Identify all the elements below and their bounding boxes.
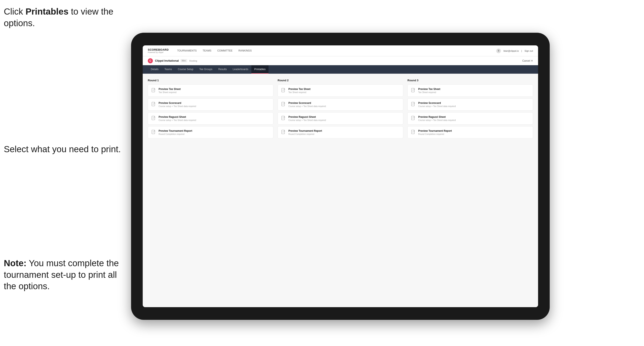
tournament-badge: Men (180, 59, 187, 62)
round3-raguzzi-content: Preview Raguzzi Sheet Course setup + Tee… (418, 116, 456, 121)
user-avatar: B (496, 48, 501, 53)
document-icon (411, 116, 416, 121)
round2-scorecard-subtitle: Course setup + Tee Sheet data required (288, 105, 326, 107)
round3-tee-sheet-content: Preview Tee Sheet Tee Sheet required (418, 88, 440, 94)
tab-leaderboards[interactable]: Leaderboards (230, 65, 251, 74)
document-icon (152, 102, 156, 107)
round2-raguzzi-card[interactable]: Preview Raguzzi Sheet Course setup + Tee… (278, 112, 403, 125)
nav-links: TOURNAMENTS TEAMS COMMITTEE RANKINGS (177, 49, 496, 53)
logo-sub: Powered by clippd (148, 51, 169, 53)
document-icon (281, 130, 286, 135)
round1-raguzzi-subtitle: Course setup + Tee Sheet data required (158, 119, 196, 121)
round3-raguzzi-title: Preview Raguzzi Sheet (418, 116, 456, 118)
round2-tee-sheet-content: Preview Tee Sheet Tee Sheet required (288, 88, 310, 94)
round3-report-card[interactable]: Preview Tournament Report Round Completi… (408, 126, 533, 139)
user-email: blair@clippd.io (504, 50, 519, 52)
round3-report-subtitle: Round Completion required (418, 133, 452, 135)
annotation-top: Click Printables to view the options. (4, 6, 126, 29)
round-3-section: Round 3 Preview Tee Sheet Tee Sheet requ… (408, 79, 533, 140)
round2-raguzzi-content: Preview Raguzzi Sheet Course setup + Tee… (288, 116, 326, 121)
nav-right: B blair@clippd.io | Sign out (496, 48, 533, 53)
round1-report-subtitle: Round Completion required (158, 133, 192, 135)
nav-link-teams[interactable]: TEAMS (202, 49, 211, 53)
tablet-screen: SCOREBOARD Powered by clippd TOURNAMENTS… (143, 45, 538, 307)
sub-nav: Details Teams Course Setup Tee Groups Re… (143, 65, 538, 74)
round3-tee-sheet-card[interactable]: Preview Tee Sheet Tee Sheet required (408, 84, 533, 97)
round1-scorecard-subtitle: Course setup + Tee Sheet data required (158, 105, 196, 107)
document-icon (152, 130, 156, 135)
round2-tee-sheet-title: Preview Tee Sheet (288, 88, 310, 91)
round1-tee-sheet-content: Preview Tee Sheet Tee Sheet required (158, 88, 181, 94)
document-icon (152, 116, 156, 121)
round-3-title: Round 3 (408, 79, 533, 82)
tab-tee-groups[interactable]: Tee Groups (196, 65, 215, 74)
round3-report-title: Preview Tournament Report (418, 129, 452, 132)
tab-details[interactable]: Details (148, 65, 162, 74)
main-content: Round 1 Preview Tee Sheet Tee Sheet requ… (143, 74, 538, 307)
document-icon (411, 130, 416, 135)
document-icon (152, 88, 156, 94)
round-2-section: Round 2 Preview Tee Sheet Tee Sheet requ… (278, 79, 403, 140)
round2-tee-sheet-card[interactable]: Preview Tee Sheet Tee Sheet required (278, 84, 403, 97)
tournament-status: Hosting (189, 59, 197, 62)
scoreboard-logo: SCOREBOARD Powered by clippd (148, 48, 169, 53)
round-2-title: Round 2 (278, 79, 403, 82)
tablet-frame: SCOREBOARD Powered by clippd TOURNAMENTS… (131, 33, 550, 320)
round2-report-card[interactable]: Preview Tournament Report Round Completi… (278, 126, 403, 139)
annotation-note-label: Note: (4, 258, 26, 268)
tab-results[interactable]: Results (215, 65, 230, 74)
round2-report-subtitle: Round Completion required (288, 133, 322, 135)
document-icon (281, 102, 286, 107)
round1-tee-sheet-title: Preview Tee Sheet (158, 88, 181, 91)
round1-raguzzi-title: Preview Raguzzi Sheet (158, 116, 196, 118)
document-icon (411, 88, 416, 94)
round2-scorecard-card[interactable]: Preview Scorecard Course setup + Tee She… (278, 98, 403, 111)
round2-tee-sheet-subtitle: Tee Sheet required (288, 91, 310, 94)
document-icon (411, 102, 416, 107)
annotation-bottom: Note: You must complete the tournament s… (4, 258, 131, 292)
document-icon (281, 116, 286, 121)
round1-scorecard-content: Preview Scorecard Course setup + Tee She… (158, 102, 196, 107)
round3-tee-sheet-subtitle: Tee Sheet required (418, 91, 440, 94)
sign-out-separator: | (521, 50, 522, 52)
tournament-header: C Clippd Invitational Men Hosting Cancel… (143, 56, 538, 65)
round3-scorecard-content: Preview Scorecard Course setup + Tee She… (418, 102, 456, 107)
top-nav: SCOREBOARD Powered by clippd TOURNAMENTS… (143, 45, 538, 56)
tournament-name: Clippd Invitational (155, 59, 179, 62)
round1-tee-sheet-subtitle: Tee Sheet required (158, 91, 181, 94)
round1-report-card[interactable]: Preview Tournament Report Round Completi… (148, 126, 273, 139)
round-1-section: Round 1 Preview Tee Sheet Tee Sheet requ… (148, 79, 273, 140)
round2-scorecard-content: Preview Scorecard Course setup + Tee She… (288, 102, 326, 107)
document-icon (281, 88, 286, 94)
round1-raguzzi-content: Preview Raguzzi Sheet Course setup + Tee… (158, 116, 196, 121)
round1-scorecard-card[interactable]: Preview Scorecard Course setup + Tee She… (148, 98, 273, 111)
round1-tee-sheet-card[interactable]: Preview Tee Sheet Tee Sheet required (148, 84, 273, 97)
round2-report-content: Preview Tournament Report Round Completi… (288, 129, 322, 135)
logo-title: SCOREBOARD (148, 48, 169, 51)
round1-report-content: Preview Tournament Report Round Completi… (158, 129, 192, 135)
tournament-logo: C (148, 58, 153, 63)
cancel-button[interactable]: Cancel ✕ (522, 59, 533, 62)
round3-raguzzi-card[interactable]: Preview Raguzzi Sheet Course setup + Tee… (408, 112, 533, 125)
round2-scorecard-title: Preview Scorecard (288, 102, 326, 105)
round1-raguzzi-card[interactable]: Preview Raguzzi Sheet Course setup + Tee… (148, 112, 273, 125)
round1-scorecard-title: Preview Scorecard (158, 102, 196, 105)
tab-teams[interactable]: Teams (162, 65, 175, 74)
round2-report-title: Preview Tournament Report (288, 129, 322, 132)
tab-printables[interactable]: Printables (252, 65, 268, 74)
round3-scorecard-card[interactable]: Preview Scorecard Course setup + Tee She… (408, 98, 533, 111)
round3-report-content: Preview Tournament Report Round Completi… (418, 129, 452, 135)
round2-raguzzi-title: Preview Raguzzi Sheet (288, 116, 326, 118)
round3-raguzzi-subtitle: Course setup + Tee Sheet data required (418, 119, 456, 121)
nav-link-rankings[interactable]: RANKINGS (238, 49, 252, 53)
nav-link-committee[interactable]: COMMITTEE (217, 49, 232, 53)
sign-out-link[interactable]: Sign out (524, 50, 533, 52)
nav-link-tournaments[interactable]: TOURNAMENTS (177, 49, 197, 53)
round3-tee-sheet-title: Preview Tee Sheet (418, 88, 440, 91)
tab-course-setup[interactable]: Course Setup (175, 65, 196, 74)
round3-scorecard-subtitle: Course setup + Tee Sheet data required (418, 105, 456, 107)
round3-scorecard-title: Preview Scorecard (418, 102, 456, 105)
annotation-middle: Select what you need to print. (4, 144, 122, 155)
round2-raguzzi-subtitle: Course setup + Tee Sheet data required (288, 119, 326, 121)
annotation-bold-printables: Printables (26, 6, 68, 16)
